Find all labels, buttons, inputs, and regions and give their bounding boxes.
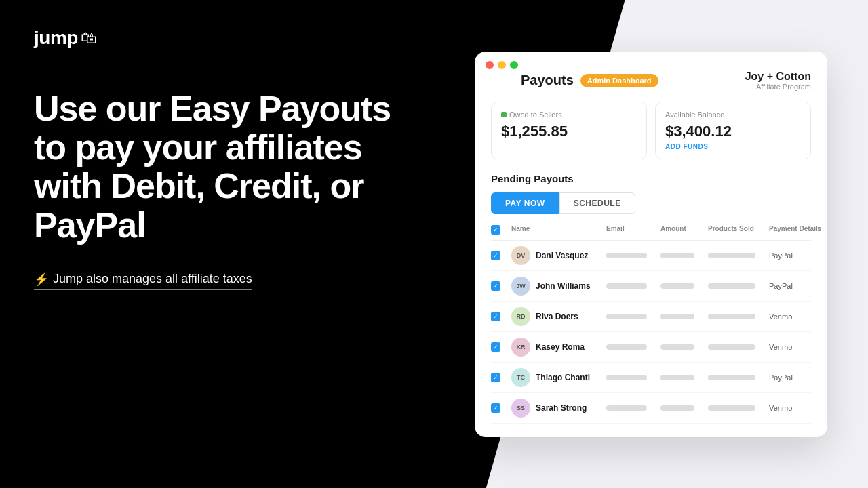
row-checkbox[interactable] [491,342,511,352]
balance-row: Owed to Sellers $1,255.85 Available Bala… [491,102,811,159]
th-name: Name [511,225,606,235]
products-cell [708,283,769,289]
available-amount: $3,400.12 [665,123,801,140]
amount-cell [660,375,708,380]
email-cell [606,253,660,258]
window-controls [486,61,518,69]
payment-method: Venmo [769,404,830,412]
name-cell: SSSarah Strong [511,399,606,418]
maximize-window-dot[interactable] [510,61,518,69]
owed-to-sellers-card: Owed to Sellers $1,255.85 [491,102,647,159]
row-checkbox[interactable] [491,373,511,382]
payment-method: Venmo [769,312,830,321]
products-cell [708,253,769,258]
name-cell: JWJohn Williams [511,277,606,296]
th-amount: Amount [660,225,708,235]
logo: jump 🛍 [34,27,400,49]
table-row: RDRiva DoersVenmo [491,302,811,332]
lightning-icon: ⚡ [34,272,49,287]
email-cell [606,375,660,380]
payment-method: PayPal [769,373,830,382]
right-panel: Payouts Admin Dashboard Joy + Cotton Aff… [434,0,868,488]
header-left: Payouts Admin Dashboard [521,73,658,88]
name-cell: KRKasey Roma [511,338,606,357]
available-balance-card: Available Balance $3,400.12 ADD FUNDS [655,102,811,159]
card-header: Payouts Admin Dashboard Joy + Cotton Aff… [491,70,811,91]
payment-method: PayPal [769,251,830,260]
person-name: Dani Vasquez [536,251,588,260]
amount-cell [660,253,708,258]
row-checkbox[interactable] [491,251,511,260]
name-cell: TCThiago Chanti [511,368,606,387]
table-header: Name Email Amount Products Sold Payment … [491,225,811,241]
email-cell [606,314,660,319]
person-name: Thiago Chanti [536,373,590,382]
email-cell [606,283,660,289]
products-cell [708,375,769,380]
brand-info: Joy + Cotton Affiliate Program [745,70,811,91]
pending-title: Pending Payouts [491,173,811,184]
table-rows: DVDani VasquezPayPalJWJohn WilliamsPayPa… [491,241,811,424]
payout-table: Name Email Amount Products Sold Payment … [491,225,811,424]
person-name: Kasey Roma [536,342,585,352]
close-window-dot[interactable] [486,61,494,69]
dashboard-card: Payouts Admin Dashboard Joy + Cotton Aff… [475,52,827,437]
name-cell: DVDani Vasquez [511,246,606,265]
amount-cell [660,344,708,350]
avatar: RD [511,307,530,326]
avatar: JW [511,277,530,296]
schedule-tab[interactable]: SCHEDULE [559,192,635,214]
table-row: TCThiago ChantiPayPal [491,363,811,393]
row-checkbox[interactable] [491,312,511,321]
row-checkbox[interactable] [491,403,511,413]
avatar: KR [511,338,530,357]
payouts-title: Payouts [521,73,574,88]
minimize-window-dot[interactable] [498,61,506,69]
table-row: KRKasey RomaVenmo [491,332,811,363]
pay-now-tab[interactable]: PAY NOW [491,192,559,214]
tabs-row: PAY NOW SCHEDULE [491,192,811,214]
products-cell [708,314,769,319]
table-row: SSSarah StrongVenmo [491,393,811,424]
person-name: John Williams [536,281,591,291]
th-products: Products Sold [708,225,769,235]
logo-icon: 🛍 [81,28,97,47]
th-email: Email [606,225,660,235]
person-name: Riva Doers [536,312,578,321]
payment-method: Venmo [769,343,830,351]
payment-method: PayPal [769,282,830,290]
avatar: SS [511,399,530,418]
name-cell: RDRiva Doers [511,307,606,326]
email-cell [606,344,660,350]
amount-cell [660,405,708,411]
available-label: Available Balance [665,110,801,119]
add-funds-link[interactable]: ADD FUNDS [665,143,801,150]
amount-cell [660,283,708,289]
tax-note-text: Jump also manages all affiliate taxes [53,272,252,286]
owed-label: Owed to Sellers [501,110,637,119]
email-cell [606,405,660,411]
amount-cell [660,314,708,319]
select-all-checkbox[interactable] [491,225,500,235]
tax-note: ⚡ Jump also manages all affiliate taxes [34,272,252,290]
left-panel: jump 🛍 Use our Easy Payouts to pay your … [0,0,434,488]
row-checkbox[interactable] [491,281,511,291]
owed-amount: $1,255.85 [501,123,637,140]
th-payment: Payment Details [769,225,830,235]
logo-text: jump [34,27,78,49]
green-dot [501,112,507,117]
avatar: DV [511,246,530,265]
main-headline: Use our Easy Payouts to pay your affilia… [34,89,400,245]
avatar: TC [511,368,530,387]
products-cell [708,344,769,350]
table-row: DVDani VasquezPayPal [491,241,811,271]
admin-badge: Admin Dashboard [580,74,658,87]
products-cell [708,405,769,411]
brand-name: Joy + Cotton [745,70,811,83]
table-row: JWJohn WilliamsPayPal [491,271,811,302]
person-name: Sarah Strong [536,403,587,413]
th-checkbox [491,225,511,235]
brand-subtitle: Affiliate Program [745,83,811,91]
